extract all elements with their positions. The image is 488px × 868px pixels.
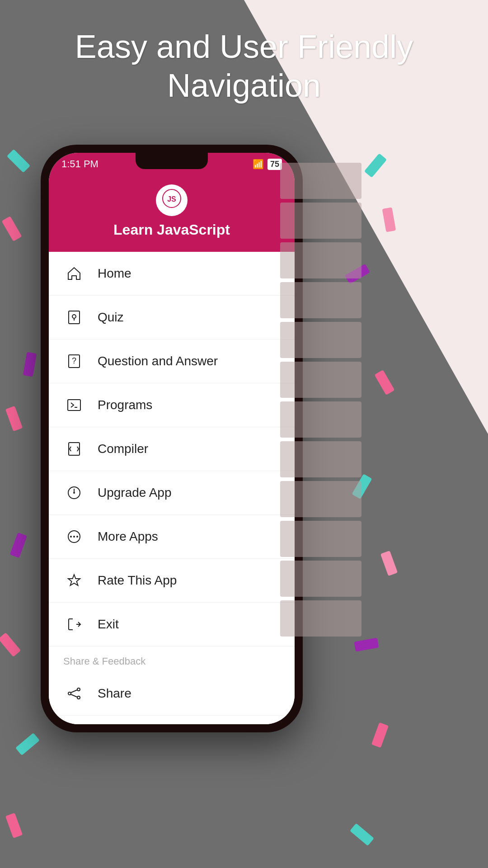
phone-frame: 1:51 PM 📶 75 JS Learn JavaScript bbox=[41, 145, 303, 732]
svg-text:JS: JS bbox=[167, 195, 176, 203]
right-card bbox=[280, 282, 361, 318]
upgrade-icon bbox=[63, 482, 85, 504]
exit-icon bbox=[63, 613, 85, 635]
status-time: 1:51 PM bbox=[61, 158, 99, 170]
rate-label: Rate This App bbox=[98, 573, 177, 588]
app-logo-text: JS bbox=[162, 189, 181, 212]
menu-item-rate[interactable]: Rate This App bbox=[49, 559, 295, 603]
more-apps-label: More Apps bbox=[98, 529, 158, 544]
svg-point-20 bbox=[68, 692, 71, 695]
programs-label: Programs bbox=[98, 398, 152, 412]
svg-point-14 bbox=[70, 536, 72, 538]
menu-item-compiler[interactable]: Compiler bbox=[49, 427, 295, 471]
app-title: Learn JavaScript bbox=[113, 222, 230, 238]
right-card bbox=[280, 401, 361, 438]
right-content-cards bbox=[280, 163, 361, 640]
section-label: Share & Feedback bbox=[49, 646, 295, 672]
rate-icon bbox=[63, 570, 85, 591]
svg-line-23 bbox=[71, 694, 77, 697]
phone-screen: 1:51 PM 📶 75 JS Learn JavaScript bbox=[49, 153, 295, 724]
menu-item-programs[interactable]: Programs bbox=[49, 383, 295, 427]
signal-icon: 📶 bbox=[253, 159, 264, 170]
qa-icon: ? bbox=[63, 350, 85, 372]
home-icon bbox=[63, 263, 85, 284]
right-card bbox=[280, 203, 361, 239]
share-label: Share bbox=[98, 686, 131, 701]
status-right: 📶 75 bbox=[253, 159, 282, 170]
svg-point-19 bbox=[77, 688, 80, 691]
right-card bbox=[280, 521, 361, 557]
svg-point-16 bbox=[76, 536, 78, 538]
qa-label: Question and Answer bbox=[98, 354, 218, 368]
menu-item-more-apps[interactable]: More Apps bbox=[49, 515, 295, 559]
menu-item-exit[interactable]: Exit bbox=[49, 603, 295, 646]
programs-icon bbox=[63, 394, 85, 416]
svg-marker-17 bbox=[68, 575, 80, 585]
menu-item-feedback[interactable]: Feedback bbox=[49, 716, 295, 724]
right-card bbox=[280, 322, 361, 358]
menu-item-upgrade[interactable]: Upgrade App bbox=[49, 471, 295, 515]
right-card bbox=[280, 362, 361, 398]
svg-point-15 bbox=[73, 536, 75, 538]
menu-item-share[interactable]: Share bbox=[49, 672, 295, 716]
compiler-icon bbox=[63, 438, 85, 460]
svg-line-22 bbox=[71, 690, 77, 693]
right-card bbox=[280, 441, 361, 477]
quiz-label: Quiz bbox=[98, 310, 124, 325]
right-card bbox=[280, 600, 361, 637]
navigation-menu: Home Quiz ? Question and Answer Programs… bbox=[49, 252, 295, 724]
app-logo: JS bbox=[156, 184, 188, 216]
svg-point-12 bbox=[73, 492, 75, 494]
compiler-label: Compiler bbox=[98, 442, 148, 456]
home-label: Home bbox=[98, 266, 131, 281]
page-title: Easy and User Friendly Navigation bbox=[0, 27, 488, 105]
exit-label: Exit bbox=[98, 617, 119, 632]
app-header: JS Learn JavaScript bbox=[49, 175, 295, 252]
svg-text:?: ? bbox=[72, 356, 76, 365]
svg-point-21 bbox=[77, 696, 80, 699]
right-card bbox=[280, 481, 361, 517]
menu-item-home[interactable]: Home bbox=[49, 252, 295, 296]
phone-notch bbox=[136, 153, 208, 169]
svg-rect-9 bbox=[69, 443, 80, 455]
menu-item-qa[interactable]: ? Question and Answer bbox=[49, 340, 295, 383]
right-card bbox=[280, 242, 361, 278]
svg-rect-2 bbox=[69, 311, 80, 324]
menu-item-quiz[interactable]: Quiz bbox=[49, 296, 295, 340]
right-card bbox=[280, 561, 361, 597]
quiz-icon bbox=[63, 307, 85, 328]
upgrade-label: Upgrade App bbox=[98, 486, 171, 500]
more-apps-icon bbox=[63, 526, 85, 547]
svg-point-3 bbox=[72, 315, 76, 318]
share-icon bbox=[63, 683, 85, 704]
right-card bbox=[280, 163, 361, 199]
